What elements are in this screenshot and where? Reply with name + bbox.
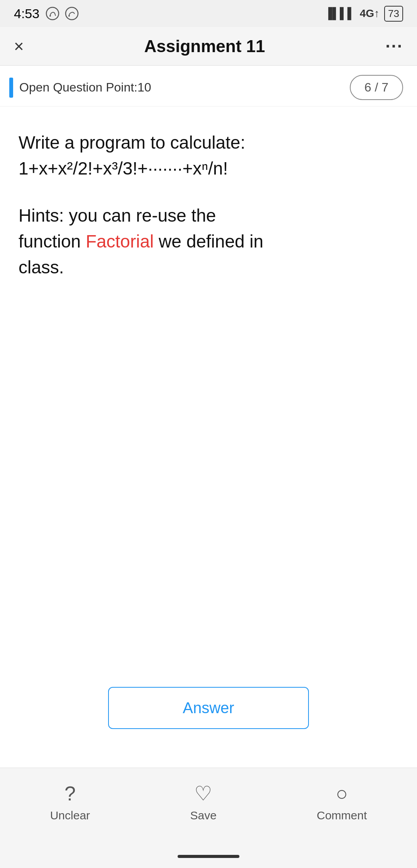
status-time: 4:53 bbox=[14, 6, 39, 21]
page-title: Assignment 11 bbox=[144, 37, 265, 56]
answer-button[interactable]: Answer bbox=[108, 687, 309, 729]
main-content: Write a program to calculate: 1+x+x²/2!+… bbox=[0, 107, 417, 671]
question-type-section: Open Question Point:10 bbox=[9, 78, 151, 98]
bottom-toolbar: ? Unclear ♡ Save ○ Comment bbox=[0, 768, 417, 845]
question-meta-bar: Open Question Point:10 6 / 7 bbox=[0, 66, 417, 107]
status-bar: 4:53 ▐▌▌▌ 4G↑ 73 bbox=[0, 0, 417, 27]
save-button[interactable]: ♡ Save bbox=[190, 782, 216, 822]
svg-point-1 bbox=[49, 15, 51, 17]
unclear-icon: ? bbox=[64, 782, 76, 805]
question-type-label: Open Question Point:10 bbox=[19, 80, 151, 95]
bottom-spacer bbox=[0, 744, 417, 768]
content-spacer bbox=[19, 280, 398, 656]
save-heart-icon: ♡ bbox=[194, 782, 212, 805]
unclear-button[interactable]: ? Unclear bbox=[50, 782, 90, 822]
hint-keyword: Factorial bbox=[86, 231, 154, 251]
comment-label: Comment bbox=[317, 809, 367, 822]
answer-section: Answer bbox=[0, 671, 417, 744]
header: × Assignment 11 ··· bbox=[0, 27, 417, 66]
save-label: Save bbox=[190, 809, 216, 822]
whatsapp-icon-2 bbox=[65, 7, 79, 20]
svg-point-2 bbox=[66, 7, 78, 20]
comment-icon: ○ bbox=[336, 782, 348, 805]
notification-icons bbox=[46, 7, 79, 20]
blue-accent-bar bbox=[9, 78, 13, 98]
question-text: Write a program to calculate: 1+x+x²/2!+… bbox=[19, 130, 398, 181]
network-type: 4G↑ bbox=[360, 7, 380, 20]
status-icons: ▐▌▌▌ 4G↑ 73 bbox=[324, 6, 403, 22]
more-options-button[interactable]: ··· bbox=[385, 37, 403, 56]
svg-point-3 bbox=[68, 15, 70, 17]
battery-indicator: 73 bbox=[384, 6, 403, 22]
unclear-label: Unclear bbox=[50, 809, 90, 822]
home-indicator bbox=[0, 845, 417, 868]
whatsapp-icon-1 bbox=[46, 7, 59, 20]
close-button[interactable]: × bbox=[14, 37, 24, 56]
comment-button[interactable]: ○ Comment bbox=[317, 782, 367, 822]
signal-bars-icon: ▐▌▌▌ bbox=[324, 7, 355, 20]
page-counter: 6 / 7 bbox=[350, 75, 403, 100]
home-bar bbox=[178, 855, 239, 858]
svg-point-0 bbox=[46, 7, 59, 20]
hint-text: Hints: you can re-use the function Facto… bbox=[19, 203, 398, 280]
